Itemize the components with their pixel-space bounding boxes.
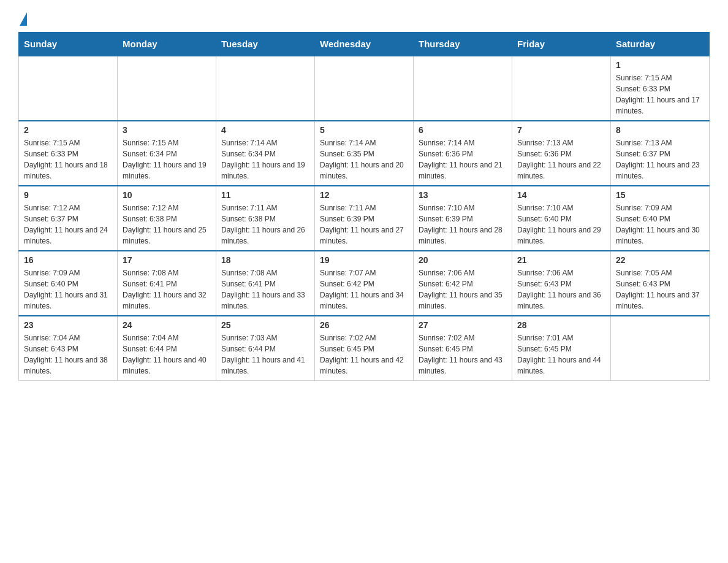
day-number: 9	[24, 190, 112, 200]
calendar-cell	[414, 56, 512, 121]
calendar-cell: 27Sunrise: 7:02 AM Sunset: 6:45 PM Dayli…	[414, 316, 512, 381]
day-info: Sunrise: 7:12 AM Sunset: 6:37 PM Dayligh…	[24, 202, 112, 247]
calendar-cell	[611, 316, 710, 381]
weekday-header-tuesday: Tuesday	[216, 33, 315, 56]
calendar-cell: 28Sunrise: 7:01 AM Sunset: 6:45 PM Dayli…	[512, 316, 611, 381]
day-number: 14	[517, 190, 605, 200]
calendar-cell: 9Sunrise: 7:12 AM Sunset: 6:37 PM Daylig…	[19, 186, 118, 251]
day-number: 2	[24, 125, 112, 135]
day-number: 6	[419, 125, 507, 135]
day-info: Sunrise: 7:09 AM Sunset: 6:40 PM Dayligh…	[616, 202, 704, 247]
calendar-cell: 5Sunrise: 7:14 AM Sunset: 6:35 PM Daylig…	[315, 121, 414, 186]
day-info: Sunrise: 7:04 AM Sunset: 6:43 PM Dayligh…	[24, 332, 112, 377]
day-number: 28	[517, 320, 605, 330]
calendar-week-row: 1Sunrise: 7:15 AM Sunset: 6:33 PM Daylig…	[19, 56, 710, 121]
day-number: 27	[419, 320, 507, 330]
calendar-cell: 18Sunrise: 7:08 AM Sunset: 6:41 PM Dayli…	[216, 251, 315, 316]
day-info: Sunrise: 7:09 AM Sunset: 6:40 PM Dayligh…	[24, 267, 112, 312]
calendar-cell: 8Sunrise: 7:13 AM Sunset: 6:37 PM Daylig…	[611, 121, 710, 186]
day-number: 5	[320, 125, 408, 135]
day-info: Sunrise: 7:13 AM Sunset: 6:36 PM Dayligh…	[517, 137, 605, 182]
calendar-cell: 25Sunrise: 7:03 AM Sunset: 6:44 PM Dayli…	[216, 316, 315, 381]
calendar-cell: 4Sunrise: 7:14 AM Sunset: 6:34 PM Daylig…	[216, 121, 315, 186]
day-number: 21	[517, 255, 605, 265]
day-info: Sunrise: 7:06 AM Sunset: 6:42 PM Dayligh…	[419, 267, 507, 312]
weekday-header-wednesday: Wednesday	[315, 33, 414, 56]
day-info: Sunrise: 7:15 AM Sunset: 6:33 PM Dayligh…	[616, 72, 704, 117]
day-number: 19	[320, 255, 408, 265]
day-number: 8	[616, 125, 704, 135]
weekday-header-sunday: Sunday	[19, 33, 118, 56]
calendar-cell	[118, 56, 216, 121]
day-info: Sunrise: 7:04 AM Sunset: 6:44 PM Dayligh…	[123, 332, 211, 377]
day-number: 16	[24, 255, 112, 265]
day-number: 17	[123, 255, 211, 265]
calendar-cell: 22Sunrise: 7:05 AM Sunset: 6:43 PM Dayli…	[611, 251, 710, 316]
weekday-header-thursday: Thursday	[414, 33, 512, 56]
calendar-cell: 7Sunrise: 7:13 AM Sunset: 6:36 PM Daylig…	[512, 121, 611, 186]
calendar-cell	[216, 56, 315, 121]
calendar-cell: 11Sunrise: 7:11 AM Sunset: 6:38 PM Dayli…	[216, 186, 315, 251]
day-info: Sunrise: 7:10 AM Sunset: 6:40 PM Dayligh…	[517, 202, 605, 247]
day-info: Sunrise: 7:10 AM Sunset: 6:39 PM Dayligh…	[419, 202, 507, 247]
day-info: Sunrise: 7:15 AM Sunset: 6:33 PM Dayligh…	[24, 137, 112, 182]
day-info: Sunrise: 7:11 AM Sunset: 6:39 PM Dayligh…	[320, 202, 408, 247]
calendar-cell: 24Sunrise: 7:04 AM Sunset: 6:44 PM Dayli…	[118, 316, 216, 381]
day-info: Sunrise: 7:13 AM Sunset: 6:37 PM Dayligh…	[616, 137, 704, 182]
calendar-cell: 15Sunrise: 7:09 AM Sunset: 6:40 PM Dayli…	[611, 186, 710, 251]
weekday-header-monday: Monday	[118, 33, 216, 56]
day-info: Sunrise: 7:12 AM Sunset: 6:38 PM Dayligh…	[123, 202, 211, 247]
day-info: Sunrise: 7:14 AM Sunset: 6:35 PM Dayligh…	[320, 137, 408, 182]
day-info: Sunrise: 7:02 AM Sunset: 6:45 PM Dayligh…	[320, 332, 408, 377]
day-info: Sunrise: 7:06 AM Sunset: 6:43 PM Dayligh…	[517, 267, 605, 312]
calendar-cell: 3Sunrise: 7:15 AM Sunset: 6:34 PM Daylig…	[118, 121, 216, 186]
calendar-cell: 2Sunrise: 7:15 AM Sunset: 6:33 PM Daylig…	[19, 121, 118, 186]
calendar-week-row: 23Sunrise: 7:04 AM Sunset: 6:43 PM Dayli…	[19, 316, 710, 381]
day-number: 15	[616, 190, 704, 200]
day-info: Sunrise: 7:02 AM Sunset: 6:45 PM Dayligh…	[419, 332, 507, 377]
day-number: 12	[320, 190, 408, 200]
day-info: Sunrise: 7:15 AM Sunset: 6:34 PM Dayligh…	[123, 137, 211, 182]
day-number: 1	[616, 60, 704, 70]
page-header	[18, 12, 710, 26]
logo-triangle-icon	[20, 12, 27, 26]
logo	[18, 12, 28, 26]
calendar-cell: 21Sunrise: 7:06 AM Sunset: 6:43 PM Dayli…	[512, 251, 611, 316]
weekday-header-saturday: Saturday	[611, 33, 710, 56]
calendar-cell: 10Sunrise: 7:12 AM Sunset: 6:38 PM Dayli…	[118, 186, 216, 251]
day-number: 23	[24, 320, 112, 330]
calendar-table: SundayMondayTuesdayWednesdayThursdayFrid…	[18, 32, 710, 381]
calendar-cell: 12Sunrise: 7:11 AM Sunset: 6:39 PM Dayli…	[315, 186, 414, 251]
calendar-week-row: 2Sunrise: 7:15 AM Sunset: 6:33 PM Daylig…	[19, 121, 710, 186]
calendar-cell: 20Sunrise: 7:06 AM Sunset: 6:42 PM Dayli…	[414, 251, 512, 316]
calendar-cell: 1Sunrise: 7:15 AM Sunset: 6:33 PM Daylig…	[611, 56, 710, 121]
day-number: 26	[320, 320, 408, 330]
day-number: 24	[123, 320, 211, 330]
day-number: 7	[517, 125, 605, 135]
day-info: Sunrise: 7:05 AM Sunset: 6:43 PM Dayligh…	[616, 267, 704, 312]
calendar-header-row: SundayMondayTuesdayWednesdayThursdayFrid…	[19, 33, 710, 56]
calendar-cell: 16Sunrise: 7:09 AM Sunset: 6:40 PM Dayli…	[19, 251, 118, 316]
calendar-cell	[19, 56, 118, 121]
day-number: 11	[221, 190, 309, 200]
day-info: Sunrise: 7:08 AM Sunset: 6:41 PM Dayligh…	[221, 267, 309, 312]
day-number: 10	[123, 190, 211, 200]
calendar-cell: 19Sunrise: 7:07 AM Sunset: 6:42 PM Dayli…	[315, 251, 414, 316]
day-number: 25	[221, 320, 309, 330]
day-number: 18	[221, 255, 309, 265]
calendar-cell: 23Sunrise: 7:04 AM Sunset: 6:43 PM Dayli…	[19, 316, 118, 381]
calendar-cell: 6Sunrise: 7:14 AM Sunset: 6:36 PM Daylig…	[414, 121, 512, 186]
day-info: Sunrise: 7:14 AM Sunset: 6:34 PM Dayligh…	[221, 137, 309, 182]
calendar-cell: 26Sunrise: 7:02 AM Sunset: 6:45 PM Dayli…	[315, 316, 414, 381]
day-number: 13	[419, 190, 507, 200]
day-number: 4	[221, 125, 309, 135]
day-info: Sunrise: 7:14 AM Sunset: 6:36 PM Dayligh…	[419, 137, 507, 182]
day-info: Sunrise: 7:03 AM Sunset: 6:44 PM Dayligh…	[221, 332, 309, 377]
calendar-week-row: 16Sunrise: 7:09 AM Sunset: 6:40 PM Dayli…	[19, 251, 710, 316]
day-info: Sunrise: 7:01 AM Sunset: 6:45 PM Dayligh…	[517, 332, 605, 377]
day-info: Sunrise: 7:11 AM Sunset: 6:38 PM Dayligh…	[221, 202, 309, 247]
day-info: Sunrise: 7:07 AM Sunset: 6:42 PM Dayligh…	[320, 267, 408, 312]
weekday-header-friday: Friday	[512, 33, 611, 56]
calendar-cell: 14Sunrise: 7:10 AM Sunset: 6:40 PM Dayli…	[512, 186, 611, 251]
calendar-cell	[512, 56, 611, 121]
